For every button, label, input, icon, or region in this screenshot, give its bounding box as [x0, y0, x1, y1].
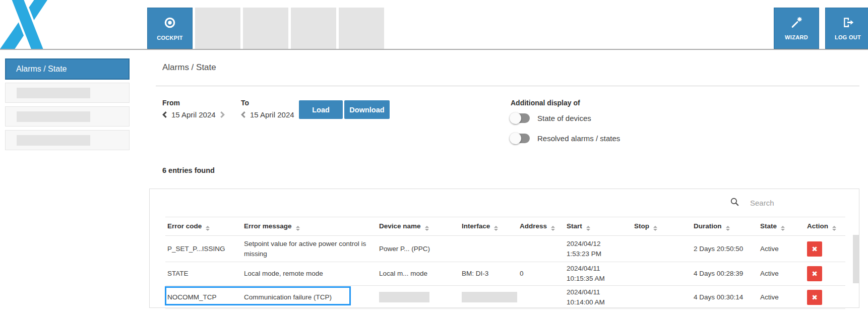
column-label: Device name: [379, 222, 421, 230]
cell-start: 2024/04/121:53:23 PM: [565, 236, 632, 262]
column-label: Error code: [167, 222, 202, 230]
delete-alarm-button[interactable]: ✖: [807, 241, 822, 257]
resolved-alarms-toggle[interactable]: [511, 134, 530, 143]
entries-found-text: 6 entries found: [162, 166, 215, 174]
resolved-alarms-label: Resolved alarms / states: [537, 134, 620, 143]
chevron-left-icon[interactable]: [241, 111, 245, 118]
column-header-error-code[interactable]: Error code: [165, 217, 242, 236]
column-header-state[interactable]: State: [758, 217, 805, 236]
cell-state: Active: [758, 262, 805, 286]
column-label: Duration: [694, 222, 722, 230]
column-label: Action: [807, 222, 828, 230]
cell-error-message: Communication failure (TCP): [242, 286, 377, 309]
column-label: Address: [520, 222, 547, 230]
cell-interface: [460, 286, 518, 309]
sort-arrows-icon: [494, 226, 498, 231]
cell-duration: 2 Days 20:50:50: [692, 236, 758, 262]
cell-action: ✖: [805, 236, 845, 262]
cell-device-name: [377, 286, 460, 309]
cell-address: [518, 236, 565, 262]
column-header-duration[interactable]: Duration: [692, 217, 758, 236]
column-label: Error message: [244, 222, 292, 230]
cell-duration: 4 Days 00:30:14: [692, 286, 758, 309]
cell-state: Active: [758, 236, 805, 262]
cell-error-code: P_SET_P...ISSING: [165, 236, 242, 262]
to-datepicker: To 15 April 2024: [241, 99, 303, 119]
exit-door-icon: [842, 16, 854, 31]
cell-error-code: STATE: [165, 262, 242, 286]
sidebar-placeholder-item[interactable]: [5, 130, 130, 150]
sort-arrows-icon: [296, 226, 300, 231]
toggle-row-state-of-devices: State of devices: [511, 112, 591, 124]
cell-stop: [632, 286, 692, 309]
sort-arrows-icon: [425, 226, 429, 231]
chevron-left-icon[interactable]: [162, 111, 167, 118]
from-datepicker: From 15 April 2024: [162, 99, 225, 119]
sort-arrows-icon: [781, 226, 785, 231]
page-title: Alarms / State: [162, 63, 216, 73]
cell-interface: [460, 236, 518, 262]
sidebar-item-alarms-state[interactable]: Alarms / State: [5, 58, 130, 80]
state-of-devices-toggle[interactable]: [511, 113, 530, 123]
state-of-devices-label: State of devices: [537, 114, 591, 122]
table-header-row: Error codeError messageDevice nameInterf…: [165, 217, 845, 236]
table-scrollbar-thumb[interactable]: [853, 235, 859, 283]
sidebar-placeholder-item[interactable]: [5, 83, 130, 103]
cell-action: ✖: [805, 286, 845, 309]
wizard-button[interactable]: WIZARD: [774, 8, 819, 49]
search-input[interactable]: [750, 199, 841, 207]
column-header-stop[interactable]: Stop: [632, 217, 692, 236]
from-date-value[interactable]: 15 April 2024: [171, 110, 216, 119]
cell-stop: [632, 262, 692, 286]
cell-device-name: Power P... (PPC): [377, 236, 460, 262]
column-header-error-message[interactable]: Error message: [242, 217, 377, 236]
cell-error-message: Local mode, remote mode: [242, 262, 377, 286]
column-header-interface[interactable]: Interface: [460, 217, 518, 236]
column-label: Interface: [462, 222, 490, 230]
column-label: State: [760, 222, 777, 230]
toggle-knob: [510, 133, 521, 144]
redacted-text-bar: [17, 111, 90, 122]
title-divider: [156, 86, 859, 86]
tab-placeholder[interactable]: [291, 8, 336, 49]
load-button[interactable]: Load: [299, 100, 343, 119]
chevron-right-icon[interactable]: [220, 111, 225, 118]
sort-arrows-icon: [551, 226, 555, 231]
delete-alarm-button[interactable]: ✖: [807, 290, 822, 305]
sidebar-title: Alarms / State: [16, 65, 67, 74]
logout-button[interactable]: LOG OUT: [825, 8, 868, 49]
tab-placeholder[interactable]: [243, 8, 288, 49]
cell-stop: [632, 236, 692, 262]
cell-start: 2024/04/1110:15:35 AM: [565, 262, 632, 286]
download-button[interactable]: Download: [344, 100, 390, 119]
cell-action: ✖: [805, 262, 845, 286]
cell-device-name: Local m... mode: [377, 262, 460, 286]
sort-arrows-icon: [726, 226, 730, 231]
table-search-area: [150, 189, 859, 217]
sidebar-placeholder-item[interactable]: [5, 106, 130, 127]
redacted-text-bar: [17, 135, 90, 146]
to-date-value[interactable]: 15 April 2024: [250, 110, 294, 119]
tab-cockpit-label: COCKPIT: [157, 35, 183, 41]
sort-arrows-icon: [832, 226, 836, 231]
target-icon: [163, 16, 176, 31]
column-header-device-name[interactable]: Device name: [377, 217, 460, 236]
alarms-table: Error codeError messageDevice nameInterf…: [165, 217, 843, 309]
column-header-action[interactable]: Action: [805, 217, 845, 236]
search-icon: [730, 197, 739, 209]
column-header-address[interactable]: Address: [518, 217, 565, 236]
cell-state: Active: [758, 286, 805, 309]
tab-cockpit[interactable]: COCKPIT: [147, 8, 193, 49]
tab-placeholder[interactable]: [195, 8, 240, 49]
delete-alarm-button[interactable]: ✖: [807, 266, 822, 281]
cell-duration: 4 Days 00:28:39: [692, 262, 758, 286]
cell-error-code: NOCOMM_TCP: [165, 286, 242, 309]
tab-placeholder[interactable]: [339, 8, 384, 49]
logout-label: LOG OUT: [835, 34, 861, 40]
table-row: STATELocal mode, remote modeLocal m... m…: [165, 262, 845, 286]
sort-arrows-icon: [653, 226, 657, 231]
table-row: P_SET_P...ISSINGSetpoint value for activ…: [165, 236, 845, 262]
topbar: COCKPIT WIZARD: [0, 0, 868, 50]
column-header-start[interactable]: Start: [565, 217, 632, 236]
toggle-row-resolved-alarms: Resolved alarms / states: [511, 132, 620, 144]
